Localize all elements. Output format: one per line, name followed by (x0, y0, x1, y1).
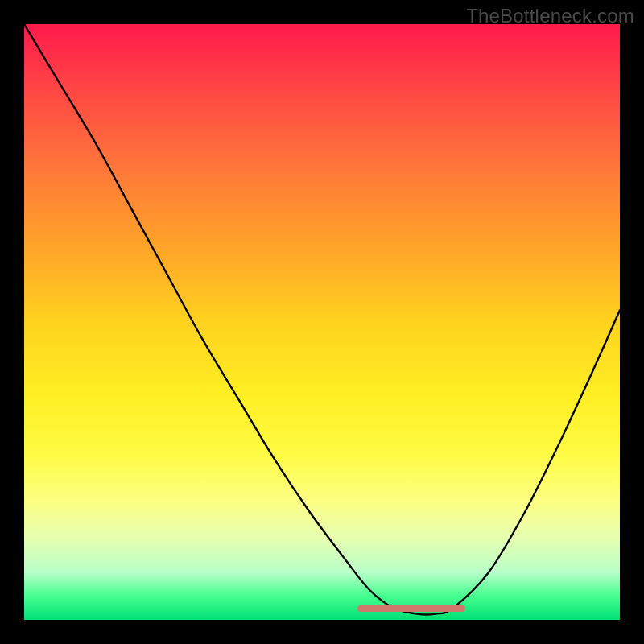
chart-container: TheBottleneck.com (0, 0, 644, 644)
optimal-range-bar (357, 605, 464, 612)
plot-area (24, 24, 620, 620)
curve-path (24, 24, 620, 615)
bottleneck-curve (24, 24, 620, 620)
